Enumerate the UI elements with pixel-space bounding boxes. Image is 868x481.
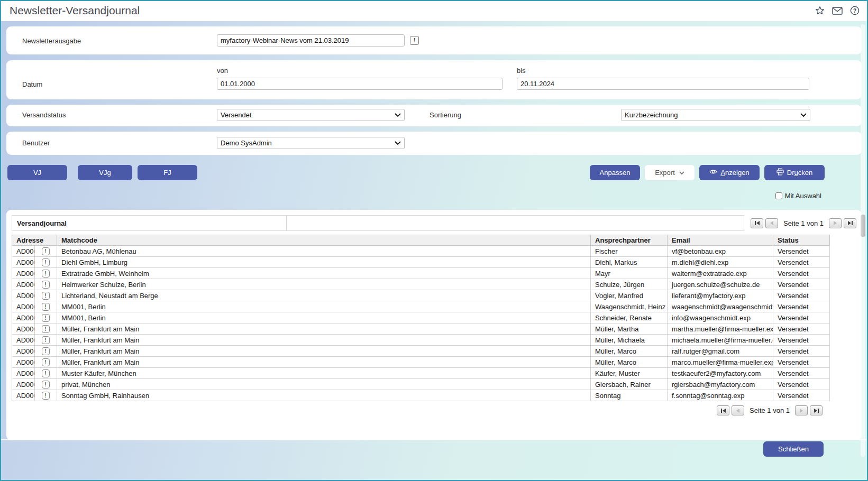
scrollbar-thumb[interactable]: [861, 215, 865, 237]
record-info-icon[interactable]: !: [42, 358, 50, 366]
table-row[interactable]: AD00005!Müller, Frankfurt am MainMüller,…: [12, 346, 830, 357]
mit-auswahl-row: Mit Auswahl: [775, 192, 821, 200]
contact-cell: Mayr: [591, 268, 668, 279]
next-page-icon[interactable]: [829, 218, 842, 228]
table-row[interactable]: AD00001!MM001, BerlinSchneider, Renatein…: [12, 312, 830, 323]
newsletterausgabe-input[interactable]: myfactory-Webinar-News vom 21.03.2019: [217, 34, 405, 47]
scrollbar-track[interactable]: [861, 24, 865, 457]
datum-bis-input[interactable]: 20.11.2024: [517, 78, 809, 90]
status-cell: Versendet: [773, 279, 830, 290]
anpassen-button[interactable]: Anpassen: [590, 165, 640, 180]
record-info-icon[interactable]: !: [42, 303, 50, 311]
prev-page-icon[interactable]: [765, 218, 778, 228]
matchcode-cell: Heimwerker Schulze, Berlin: [57, 279, 591, 290]
datum-von-label: von: [217, 67, 228, 75]
anzeigen-button[interactable]: Anzeigen: [699, 165, 760, 180]
address-cell: AD00056: [12, 246, 35, 257]
col-matchcode[interactable]: Matchcode: [57, 235, 591, 246]
record-info-icon[interactable]: !: [42, 292, 50, 300]
benutzer-select[interactable]: Demo SysAdmin: [217, 137, 405, 149]
star-icon[interactable]: [815, 6, 825, 15]
status-cell: Versendet: [773, 346, 830, 357]
address-cell: AD00055: [12, 390, 35, 401]
record-info-icon[interactable]: !: [42, 325, 50, 333]
vj-button[interactable]: VJ: [7, 165, 67, 180]
table-row[interactable]: AD00049!Diehl GmbH, LimburgDiehl, Markus…: [12, 257, 830, 268]
contact-cell: Waagenschmidt, Heinz: [591, 301, 668, 312]
record-info-icon[interactable]: !: [42, 281, 50, 289]
email-cell: marco.mueller@firma-mueller.exp: [668, 357, 773, 368]
record-info-cell: !: [34, 268, 57, 279]
table-row[interactable]: AD00019!Lichterland, Neustadt am BergeVo…: [12, 290, 830, 301]
next-page-icon[interactable]: [795, 405, 808, 415]
record-info-icon[interactable]: !: [42, 347, 50, 355]
status-cell: Versendet: [773, 335, 830, 346]
close-button[interactable]: Schließen: [763, 441, 824, 457]
table-row[interactable]: AD00058!privat, MünchenGiersbach, Rainer…: [12, 379, 830, 390]
email-cell: m.diehl@diehl.exp: [668, 257, 773, 268]
table-row[interactable]: AD00055!Sonntag GmbH, RainhausenSonntagf…: [12, 390, 830, 401]
record-info-icon[interactable]: !: [42, 369, 50, 377]
col-status[interactable]: Status: [773, 235, 830, 246]
record-info-icon[interactable]: !: [42, 392, 50, 400]
mit-auswahl-checkbox[interactable]: [775, 192, 782, 199]
table-row[interactable]: AD00056!Betonbau AG, MühlenauFischervf@b…: [12, 246, 830, 257]
table-row[interactable]: AD00006!Heimwerker Schulze, BerlinSchulz…: [12, 279, 830, 290]
email-cell: lieferant@myfactory.exp: [668, 290, 773, 301]
table-row[interactable]: AD00001!MM001, BerlinWaagenschmidt, Hein…: [12, 301, 830, 312]
versandstatus-select[interactable]: Versendet: [217, 109, 405, 121]
record-info-icon[interactable]: !: [42, 381, 50, 388]
newsletter-versandjournal-window: Newsletter-Versandjournal ? Newsletterau…: [0, 0, 868, 481]
record-info-cell: !: [34, 335, 57, 346]
record-info-cell: !: [34, 246, 57, 257]
email-cell: walterm@extratrade.exp: [668, 268, 773, 279]
col-ansprechpartner[interactable]: Ansprechpartner: [591, 235, 668, 246]
drucken-button[interactable]: Drucken: [764, 165, 825, 180]
record-info-cell: !: [34, 390, 57, 401]
titlebar: Newsletter-Versandjournal ?: [1, 1, 867, 21]
col-email[interactable]: Email: [668, 235, 773, 246]
table-row[interactable]: AD00061!Muster Käufer, MünchenKäufer, Mu…: [12, 368, 830, 379]
last-page-icon[interactable]: [810, 405, 823, 415]
col-adresse[interactable]: Adresse: [12, 235, 57, 246]
datum-von-input[interactable]: 01.01.2000: [217, 78, 502, 90]
record-info-icon[interactable]: !: [42, 314, 50, 322]
mit-auswahl-label: Mit Auswahl: [785, 192, 821, 200]
table-row[interactable]: AD00005!Müller, Frankfurt am MainMüller,…: [12, 323, 830, 335]
record-info-cell: !: [34, 323, 57, 335]
first-page-icon[interactable]: [717, 405, 729, 415]
question-circle-icon[interactable]: ?: [850, 6, 860, 15]
address-cell: AD00019: [12, 290, 35, 301]
export-button[interactable]: Export: [645, 165, 695, 180]
record-info-icon[interactable]: !: [42, 336, 50, 344]
chevron-down-icon: [800, 111, 807, 119]
vjg-button[interactable]: VJg: [78, 165, 132, 180]
envelope-icon[interactable]: [832, 7, 843, 15]
address-cell: AD00005: [12, 323, 35, 335]
sortierung-select[interactable]: Kurzbezeichnung: [621, 109, 810, 121]
contact-cell: Sonntag: [591, 390, 668, 401]
prev-page-icon[interactable]: [732, 405, 744, 415]
table-row[interactable]: AD00054!Extratrade GmbH, WeinheimMayrwal…: [12, 268, 830, 279]
record-info-icon[interactable]: !: [42, 258, 50, 266]
record-info-icon[interactable]: !: [42, 270, 50, 278]
table-row[interactable]: AD00005!Müller, Frankfurt am MainMüller,…: [12, 335, 830, 346]
panel-datum: Datum von 01.01.2000 bis 20.11.2024: [6, 60, 862, 99]
status-cell: Versendet: [773, 312, 830, 323]
last-page-icon[interactable]: [844, 218, 856, 228]
datum-bis-label: bis: [517, 67, 526, 75]
matchcode-cell: privat, München: [57, 379, 591, 390]
datum-label: Datum: [22, 80, 42, 88]
address-cell: AD00049: [12, 257, 35, 268]
contact-cell: Müller, Marco: [591, 346, 668, 357]
email-cell: f.sonntag@sonntag.exp: [668, 390, 773, 401]
table-row[interactable]: AD00005!Müller, Frankfurt am MainMüller,…: [12, 357, 830, 368]
first-page-icon[interactable]: [751, 218, 763, 228]
address-cell: AD00058: [12, 379, 35, 390]
record-info-icon[interactable]: !: [42, 247, 50, 255]
contact-cell: Müller, Marco: [591, 357, 668, 368]
page-indicator: Seite 1 von 1: [746, 406, 793, 414]
fj-button[interactable]: FJ: [138, 165, 197, 180]
matchcode-cell: Diehl GmbH, Limburg: [57, 257, 591, 268]
exclamation-icon[interactable]: !: [410, 36, 419, 45]
